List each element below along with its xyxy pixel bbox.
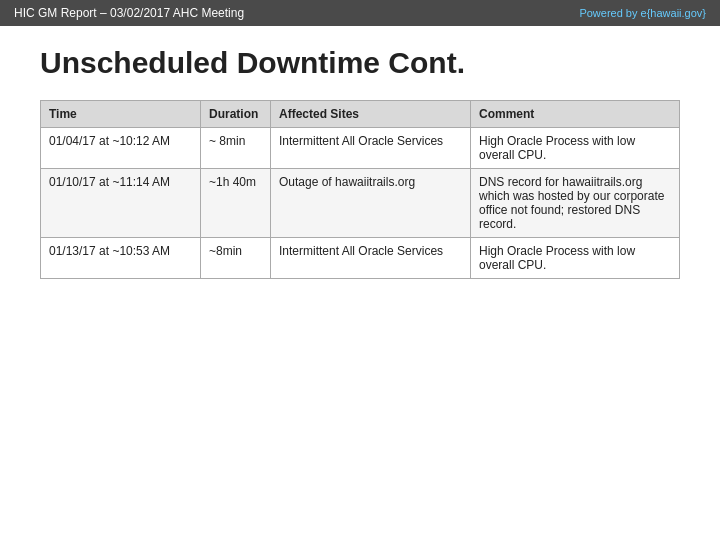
table-row: 01/10/17 at ~11:14 AM~1h 40mOutage of ha… (41, 169, 680, 238)
col-header-time: Time (41, 101, 201, 128)
col-header-comment: Comment (471, 101, 680, 128)
cell-time: 01/04/17 at ~10:12 AM (41, 128, 201, 169)
cell-time: 01/13/17 at ~10:53 AM (41, 238, 201, 279)
main-content: Unscheduled Downtime Cont. Time Duration… (0, 26, 720, 299)
cell-affected-sites: Intermittent All Oracle Services (271, 128, 471, 169)
cell-time: 01/10/17 at ~11:14 AM (41, 169, 201, 238)
header-title: HIC GM Report – 03/02/2017 AHC Meeting (14, 6, 244, 20)
powered-by-link: e{hawaii.gov} (641, 7, 706, 19)
cell-comment: DNS record for hawaiitrails.org which wa… (471, 169, 680, 238)
page-title: Unscheduled Downtime Cont. (40, 46, 680, 80)
downtime-table: Time Duration Affected Sites Comment 01/… (40, 100, 680, 279)
cell-affected-sites: Intermittent All Oracle Services (271, 238, 471, 279)
cell-affected-sites: Outage of hawaiitrails.org (271, 169, 471, 238)
cell-duration: ~8min (201, 238, 271, 279)
table-row: 01/13/17 at ~10:53 AM~8minIntermittent A… (41, 238, 680, 279)
cell-duration: ~1h 40m (201, 169, 271, 238)
table-row: 01/04/17 at ~10:12 AM~ 8minIntermittent … (41, 128, 680, 169)
col-header-duration: Duration (201, 101, 271, 128)
cell-duration: ~ 8min (201, 128, 271, 169)
table-header-row: Time Duration Affected Sites Comment (41, 101, 680, 128)
powered-by-label: Powered by (579, 7, 640, 19)
cell-comment: High Oracle Process with low overall CPU… (471, 238, 680, 279)
powered-by: Powered by e{hawaii.gov} (579, 7, 706, 19)
cell-comment: High Oracle Process with low overall CPU… (471, 128, 680, 169)
header-bar: HIC GM Report – 03/02/2017 AHC Meeting P… (0, 0, 720, 26)
col-header-affected-sites: Affected Sites (271, 101, 471, 128)
